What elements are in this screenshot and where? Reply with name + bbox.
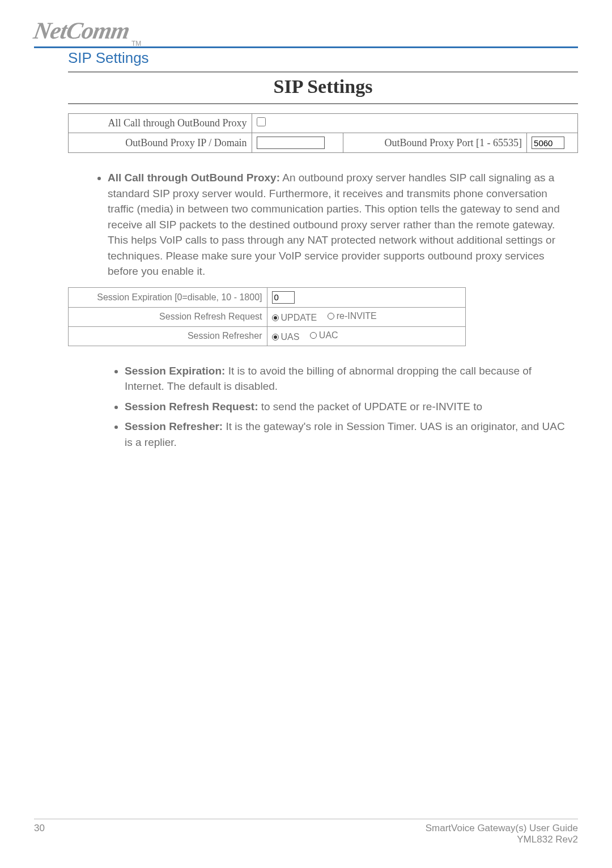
brand-name: NetComm <box>32 17 131 44</box>
list-item: Session Expiration: It is to avoid the b… <box>125 363 572 394</box>
trademark-symbol: TM <box>131 40 141 48</box>
radio-reinvite[interactable]: re-INVITE <box>328 311 377 321</box>
label-session-refresh-request: Session Refresh Request <box>69 307 267 326</box>
radio-label: UPDATE <box>281 313 317 323</box>
table-row: Session Expiration [0=disable, 10 - 1800… <box>69 287 466 307</box>
session-table: Session Expiration [0=disable, 10 - 1800… <box>68 287 466 346</box>
outbound-proxy-ip-input[interactable] <box>257 137 325 149</box>
label-session-expiration: Session Expiration [0=disable, 10 - 1800… <box>69 287 267 307</box>
section-nav-title: SIP Settings <box>68 49 578 67</box>
cell-session-refresher: UAS UAC <box>267 326 466 346</box>
footer-revision: YML832 Rev2 <box>426 834 578 845</box>
radio-label: UAS <box>281 332 300 342</box>
all-call-outbound-checkbox[interactable] <box>257 117 266 126</box>
label-outbound-port: OutBound Proxy Port [1 - 65535] <box>343 133 527 153</box>
footer-guide-name: SmartVoice Gateway(s) User Guide <box>426 823 578 834</box>
panel-title: SIP Settings <box>274 76 373 97</box>
radio-update[interactable]: UPDATE <box>272 313 317 323</box>
page-footer: 30 SmartVoice Gateway(s) User Guide YML8… <box>34 819 578 845</box>
header-divider <box>34 46 578 48</box>
radio-dot-icon <box>310 332 317 339</box>
radio-dot-selected-icon <box>272 314 279 321</box>
outbound-desc-block: All Call through OutBound Proxy: An outb… <box>91 170 572 279</box>
table-row: All Call through OutBound Proxy <box>69 114 578 133</box>
desc-text: to send the packet of UPDATE or re-INVIT… <box>258 401 482 412</box>
radio-uac[interactable]: UAC <box>310 330 338 341</box>
label-session-refresher: Session Refresher <box>69 326 267 346</box>
session-expiration-input[interactable] <box>272 291 295 304</box>
list-item: Session Refresher: It is the gateway's r… <box>125 419 572 450</box>
desc-term: Session Refresh Request: <box>125 401 258 412</box>
cell-outbound-ip-input <box>252 133 343 153</box>
radio-uas[interactable]: UAS <box>272 332 300 342</box>
outbound-proxy-table: All Call through OutBound Proxy OutBound… <box>68 113 578 153</box>
radio-label: UAC <box>319 330 338 341</box>
radio-dot-icon <box>328 313 334 320</box>
radio-dot-selected-icon <box>272 334 279 341</box>
table-row: Session Refresher UAS UAC <box>69 326 466 346</box>
outbound-proxy-port-input[interactable] <box>532 137 564 149</box>
bullet-list: Session Expiration: It is to avoid the b… <box>125 363 572 450</box>
session-desc-block: Session Expiration: It is to avoid the b… <box>108 363 572 450</box>
footer-right: SmartVoice Gateway(s) User Guide YML832 … <box>426 823 578 845</box>
cell-all-call-checkbox <box>252 114 577 133</box>
panel-heading-wrap: SIP Settings <box>68 71 578 104</box>
page-number: 30 <box>34 823 45 845</box>
bullet-list: All Call through OutBound Proxy: An outb… <box>108 170 572 279</box>
desc-term: All Call through OutBound Proxy: <box>108 172 280 184</box>
table-row: OutBound Proxy IP / Domain OutBound Prox… <box>69 133 578 153</box>
label-all-call-outbound: All Call through OutBound Proxy <box>69 114 252 133</box>
radio-label: re-INVITE <box>337 311 377 321</box>
desc-term: Session Refresher: <box>125 420 223 432</box>
sip-settings-panel: SIP Settings All Call through OutBound P… <box>68 71 578 450</box>
desc-term: Session Expiration: <box>125 365 225 377</box>
cell-session-refresh-request: UPDATE re-INVITE <box>267 307 466 326</box>
desc-text: An outbound proxy server handles SIP cal… <box>108 172 560 277</box>
label-outbound-ip: OutBound Proxy IP / Domain <box>69 133 252 153</box>
cell-session-expiration-input <box>267 287 466 307</box>
list-item: All Call through OutBound Proxy: An outb… <box>108 170 572 279</box>
list-item: Session Refresh Request: to send the pac… <box>125 399 572 415</box>
cell-outbound-port-input <box>527 133 578 153</box>
table-row: Session Refresh Request UPDATE re-INVITE <box>69 307 466 326</box>
brand-logo: NetComm TM <box>34 17 578 44</box>
